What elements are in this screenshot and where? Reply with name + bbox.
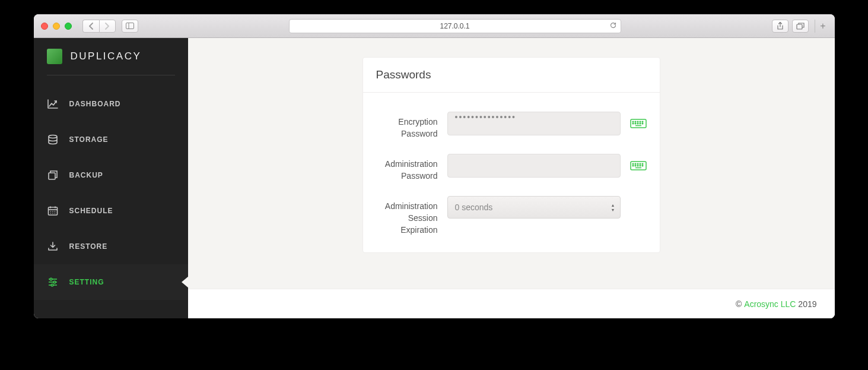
svg-point-10	[52, 211, 53, 212]
svg-point-18	[53, 281, 56, 283]
restore-icon	[47, 241, 59, 252]
svg-point-26	[642, 121, 643, 122]
svg-point-29	[637, 123, 638, 124]
nav-label: DASHBOARD	[69, 100, 121, 108]
sidebar-divider	[47, 75, 175, 75]
session-expiration-label: Administration Session Expiration	[376, 196, 447, 236]
svg-point-41	[637, 165, 638, 166]
setting-icon	[47, 276, 59, 288]
svg-point-23	[635, 121, 636, 122]
svg-point-20	[51, 284, 53, 286]
keyboard-icon[interactable]	[630, 160, 647, 172]
svg-rect-0	[126, 23, 133, 29]
window-controls	[41, 23, 72, 30]
nav-list: DASHBOARD STORAGE BACKUP	[34, 86, 188, 318]
browser-chrome: 127.0.0.1 +	[34, 14, 835, 38]
session-expiration-row: Administration Session Expiration 0 seco…	[376, 196, 647, 236]
svg-point-14	[54, 213, 55, 214]
sidebar-item-restore[interactable]: RESTORE	[34, 229, 188, 264]
svg-point-37	[640, 163, 641, 165]
svg-rect-4	[49, 173, 55, 179]
address-bar[interactable]: 127.0.0.1	[289, 19, 621, 33]
storage-icon	[47, 134, 59, 146]
sidebar-item-setting[interactable]: SETTING	[34, 264, 188, 300]
sidebar-item-storage[interactable]: STORAGE	[34, 122, 188, 157]
svg-point-27	[632, 123, 634, 124]
company-link[interactable]: Acrosync LLC	[744, 299, 796, 309]
address-text: 127.0.0.1	[440, 22, 469, 30]
svg-point-35	[635, 163, 636, 165]
sidebar-item-backup[interactable]: BACKUP	[34, 157, 188, 193]
backup-icon	[47, 169, 59, 181]
brand: DUPLICACY	[34, 49, 188, 75]
svg-point-36	[637, 163, 638, 165]
nav-label: SCHEDULE	[69, 207, 113, 215]
tabs-button[interactable]	[792, 20, 809, 33]
back-button[interactable]	[82, 20, 99, 33]
passwords-card: Passwords Encryption Password ••••••••••…	[363, 57, 660, 253]
admin-password-label: Administration Password	[376, 154, 447, 182]
brand-logo-icon	[47, 49, 62, 64]
svg-point-16	[50, 278, 52, 280]
content-area: Passwords Encryption Password ••••••••••…	[188, 38, 835, 289]
close-window-button[interactable]	[41, 23, 48, 30]
card-header: Passwords	[363, 58, 660, 93]
app: DUPLICACY DASHBOARD STORAGE	[34, 38, 835, 318]
nav-buttons	[82, 20, 116, 33]
card-body: Encryption Password ••••••••••••••• Admi…	[363, 93, 660, 252]
select-arrows-icon: ▲▼	[611, 203, 615, 212]
svg-point-42	[640, 165, 641, 166]
svg-point-40	[635, 165, 636, 166]
footer: © Acrosync LLC 2019	[188, 289, 835, 318]
svg-point-34	[632, 163, 634, 165]
sidebar-item-dashboard[interactable]: DASHBOARD	[34, 86, 188, 122]
copyright-symbol: ©	[736, 299, 742, 309]
select-value: 0 seconds	[455, 203, 493, 212]
chrome-right-controls: +	[772, 20, 828, 33]
svg-point-3	[49, 135, 57, 138]
card-title: Passwords	[376, 68, 647, 81]
svg-point-38	[642, 163, 643, 165]
encryption-password-row: Encryption Password •••••••••••••••	[376, 112, 647, 140]
encryption-password-input[interactable]: •••••••••••••••	[447, 112, 621, 135]
svg-rect-2	[797, 24, 802, 29]
admin-password-input[interactable]	[447, 154, 621, 178]
svg-point-11	[54, 211, 55, 212]
nav-label: SETTING	[69, 278, 104, 286]
schedule-icon	[47, 205, 59, 217]
svg-point-39	[632, 165, 634, 166]
brand-name: DUPLICACY	[71, 50, 142, 62]
nav-label: BACKUP	[69, 171, 103, 179]
forward-button[interactable]	[99, 20, 116, 33]
encryption-password-label: Encryption Password	[376, 112, 447, 140]
nav-label: RESTORE	[69, 242, 108, 251]
svg-point-13	[52, 213, 53, 214]
keyboard-icon[interactable]	[630, 118, 647, 129]
svg-point-22	[632, 121, 634, 122]
minimize-window-button[interactable]	[53, 23, 60, 30]
svg-point-9	[50, 211, 51, 212]
sidebar-item-schedule[interactable]: SCHEDULE	[34, 193, 188, 229]
share-button[interactable]	[772, 20, 788, 33]
svg-point-24	[637, 121, 638, 122]
svg-point-30	[640, 123, 641, 124]
svg-point-31	[642, 123, 643, 124]
sidebar-toggle-button[interactable]	[122, 20, 138, 33]
main-content: Passwords Encryption Password ••••••••••…	[188, 38, 835, 318]
svg-point-12	[50, 213, 51, 214]
sidebar: DUPLICACY DASHBOARD STORAGE	[34, 38, 188, 318]
svg-point-25	[640, 121, 641, 122]
svg-point-43	[642, 165, 643, 166]
svg-point-28	[635, 123, 636, 124]
maximize-window-button[interactable]	[65, 23, 72, 30]
reload-icon[interactable]	[609, 21, 617, 31]
session-expiration-select[interactable]: 0 seconds ▲▼	[447, 196, 621, 219]
admin-password-row: Administration Password	[376, 154, 647, 182]
browser-window: 127.0.0.1 + DUPLICACY	[34, 14, 835, 318]
dashboard-icon	[47, 98, 59, 110]
copyright-year: 2019	[798, 299, 816, 309]
nav-label: STORAGE	[69, 135, 109, 144]
new-tab-button[interactable]: +	[815, 20, 828, 33]
